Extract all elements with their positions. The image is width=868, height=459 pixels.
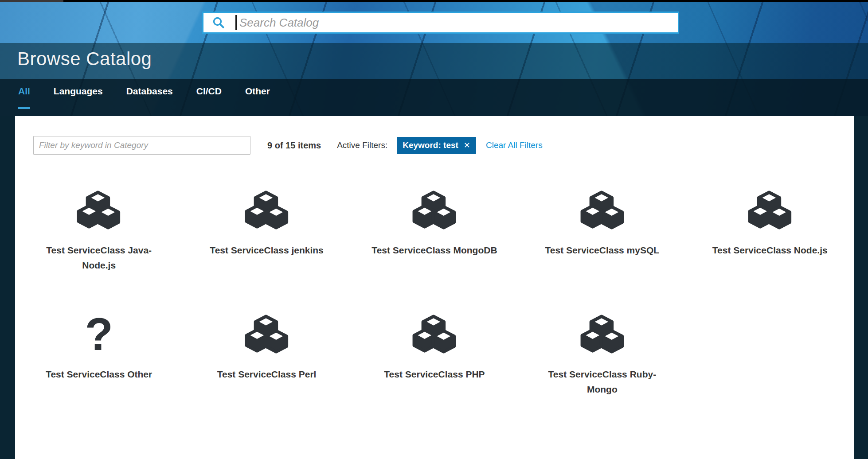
category-tabs: AllLanguagesDatabasesCI/CDOther <box>18 86 868 109</box>
catalog-search-box[interactable] <box>202 12 679 34</box>
tab-other[interactable]: Other <box>245 86 270 109</box>
catalog-item-title: Test ServiceClass Java-Node.js <box>19 243 179 273</box>
filter-chip-label: Keyword: test <box>403 140 458 150</box>
catalog-item-title: Test ServiceClass Other <box>19 367 179 382</box>
tab-languages[interactable]: Languages <box>54 86 103 109</box>
catalog-item[interactable]: Test ServiceClass PHP <box>351 315 518 439</box>
keyword-filter-input[interactable] <box>33 136 250 155</box>
catalog-item-title: Test ServiceClass Ruby-Mongo <box>522 367 682 397</box>
content-panel: 9 of 15 items Active Filters: Keyword: t… <box>15 116 854 459</box>
items-count: 9 of 15 items <box>267 140 321 151</box>
catalog-item-title: Test ServiceClass jenkins <box>187 243 347 258</box>
catalog-item-icon-box: ? <box>15 315 183 354</box>
cubes-icon <box>413 315 456 354</box>
catalog-item-icon-box <box>351 315 518 354</box>
text-caret <box>235 15 237 30</box>
catalog-item[interactable]: Test ServiceClass jenkins <box>183 191 350 315</box>
close-icon[interactable]: ✕ <box>464 140 470 150</box>
catalog-item[interactable]: ? Test ServiceClass Other <box>15 315 183 439</box>
catalog-item-icon-box <box>15 191 183 230</box>
tab-band: AllLanguagesDatabasesCI/CDOther <box>0 79 868 116</box>
catalog-item-icon-box <box>518 315 686 354</box>
question-mark-icon: ? <box>85 315 113 354</box>
tab-ci-cd[interactable]: CI/CD <box>196 86 222 109</box>
catalog-grid: Test ServiceClass Java-Node.js Test Serv… <box>15 191 854 439</box>
catalog-item-icon-box <box>183 315 350 354</box>
cubes-icon <box>78 191 120 230</box>
tab-databases[interactable]: Databases <box>126 86 173 109</box>
active-filters-label: Active Filters: <box>337 140 387 150</box>
filter-chip-keyword-test[interactable]: Keyword: test ✕ <box>397 137 476 154</box>
cubes-icon <box>246 191 288 230</box>
catalog-item-title: Test ServiceClass MongoDB <box>355 243 514 258</box>
cubes-icon <box>581 315 624 354</box>
cubes-icon <box>749 191 791 230</box>
catalog-item-title: Test ServiceClass Node.js <box>690 243 850 258</box>
catalog-item-icon-box <box>351 191 518 230</box>
catalog-item[interactable]: Test ServiceClass Ruby-Mongo <box>518 315 686 439</box>
cubes-icon <box>413 191 456 230</box>
browse-catalog-page: Browse Catalog AllLanguagesDatabasesCI/C… <box>0 0 868 459</box>
catalog-item[interactable]: Test ServiceClass Perl <box>183 315 350 439</box>
catalog-item[interactable]: Test ServiceClass Java-Node.js <box>15 191 183 315</box>
clear-all-filters-link[interactable]: Clear All Filters <box>486 140 543 150</box>
catalog-item-title: Test ServiceClass PHP <box>355 367 514 382</box>
cubes-icon <box>581 191 624 230</box>
catalog-item[interactable]: Test ServiceClass mySQL <box>518 191 686 315</box>
catalog-item-title: Test ServiceClass Perl <box>187 367 347 382</box>
search-input[interactable] <box>239 16 678 30</box>
search-icon <box>212 16 225 29</box>
catalog-item[interactable]: Test ServiceClass Node.js <box>686 191 854 315</box>
filter-toolbar: 9 of 15 items Active Filters: Keyword: t… <box>15 116 854 155</box>
catalog-item-icon-box <box>183 191 350 230</box>
catalog-item-icon-box <box>518 191 686 230</box>
hero-banner: Browse Catalog AllLanguagesDatabasesCI/C… <box>0 2 868 116</box>
catalog-item-icon-box <box>686 191 854 230</box>
tab-all[interactable]: All <box>18 86 30 109</box>
catalog-item-title: Test ServiceClass mySQL <box>522 243 682 258</box>
catalog-item[interactable]: Test ServiceClass MongoDB <box>351 191 518 315</box>
cubes-icon <box>246 315 288 354</box>
page-title: Browse Catalog <box>17 48 152 70</box>
